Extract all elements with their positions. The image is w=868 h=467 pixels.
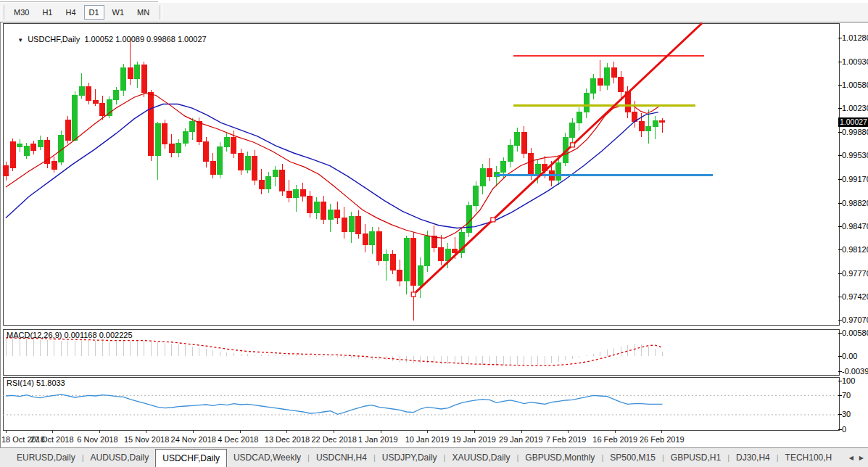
rsi-axis-label: 30 xyxy=(842,410,851,418)
price-axis-label: 0.97420 xyxy=(842,292,868,301)
ohlc-low: 0.99868 xyxy=(146,35,175,44)
timeframe-button-d1[interactable]: D1 xyxy=(84,5,104,20)
date-axis-label: 15 Nov 2018 xyxy=(124,435,169,444)
date-axis-label: 1 Jan 2019 xyxy=(358,435,397,444)
date-axis-label: 24 Nov 2018 xyxy=(171,435,216,444)
price-axis-label: 0.98120 xyxy=(842,245,868,254)
price-axis-label: 1.01280 xyxy=(842,33,868,42)
chart-symbol-label: USDCHF,Daily xyxy=(28,35,80,44)
chart-title: ▼USDCHF,Daily 1.00052 1.00089 0.99868 1.… xyxy=(9,26,207,52)
rsi-axis-label: 70 xyxy=(842,391,851,400)
symbol-tabbar: EURUSD,Daily|AUDUSD,DailyUSDCHF,DailyUSD… xyxy=(0,447,868,467)
rsi-axis-label: 0 xyxy=(842,425,846,434)
tab-scroll-left-icon[interactable]: ◀ xyxy=(849,455,853,461)
price-axis-label: 0.98470 xyxy=(842,222,868,231)
toolbar-grip[interactable] xyxy=(1,5,4,20)
date-axis-label: 29 Jan 2019 xyxy=(499,435,543,444)
rsi-axis-label: 100 xyxy=(842,376,855,385)
date-axis-label: 19 Jan 2019 xyxy=(452,435,496,444)
tab-usdcnh[interactable]: USDCNH,H4 xyxy=(310,448,373,467)
date-axis-label: 16 Feb 2019 xyxy=(592,435,637,444)
tab-gbpusd[interactable]: GBPUSD,Monthly xyxy=(518,448,601,467)
current-price-tag: 1.00027 xyxy=(838,117,868,127)
timeframe-button-h4[interactable]: H4 xyxy=(60,5,80,20)
price-axis-label: 1.00230 xyxy=(842,104,868,112)
tab-usdcad[interactable]: USDCAD,Weekly xyxy=(227,448,307,467)
tab-scroll-right-icon[interactable]: ▶ xyxy=(859,455,864,461)
toolbar-separator xyxy=(160,5,162,20)
mt4-window: M30H1H4D1W1MN ▼USDCHF,Daily 1.00052 1.00… xyxy=(0,0,868,467)
panel-splitter[interactable] xyxy=(0,373,868,376)
macd-signal-value: 0.002225 xyxy=(99,331,133,339)
tab-gbpusd[interactable]: GBPUSD,H1 xyxy=(664,448,727,467)
date-axis-label: 4 Dec 2018 xyxy=(218,435,258,444)
price-axis-label: 0.99170 xyxy=(842,175,868,183)
price-axis-label: 0.99530 xyxy=(842,151,868,160)
price-axis-label: 1.00930 xyxy=(842,57,868,66)
tab-sp500[interactable]: SP500,M15 xyxy=(603,448,662,467)
panel-splitter[interactable] xyxy=(0,323,868,327)
macd-indicator-label: MACD(12,26,9) 0.001168 0.002225 xyxy=(7,331,133,339)
timeframe-toolbar: M30H1H4D1W1MN xyxy=(0,3,868,22)
date-axis-label: 13 Dec 2018 xyxy=(265,435,310,444)
price-axis-label: 1.00580 xyxy=(842,80,868,89)
timeframe-button-h1[interactable]: H1 xyxy=(37,5,57,20)
dropdown-icon[interactable]: ▼ xyxy=(17,37,23,44)
tab-xauusd[interactable]: XAUUSD,Daily xyxy=(445,448,516,467)
toolbar-edge-line xyxy=(0,1,158,2)
tab-tech100[interactable]: TECH100,H xyxy=(779,448,839,467)
macd-main-value: 0.001168 xyxy=(64,331,96,339)
ohlc-close: 1.00027 xyxy=(178,35,207,44)
date-axis-label: 22 Dec 2018 xyxy=(311,435,356,444)
main-chart-panel[interactable] xyxy=(3,23,840,326)
price-axis-label: 0.97770 xyxy=(842,269,868,278)
date-axis-label: 27 Oct 2018 xyxy=(30,435,74,444)
tab-usdjpy[interactable]: USDJPY,Daily xyxy=(376,448,444,467)
timeframe-button-mn[interactable]: MN xyxy=(132,5,154,20)
ohlc-high: 1.00089 xyxy=(115,35,144,44)
macd-axis-label: 0.00 xyxy=(842,352,857,360)
tab-audusd[interactable]: AUDUSD,Daily xyxy=(84,448,156,467)
timeframe-button-m30[interactable]: M30 xyxy=(9,5,34,20)
date-axis-label: 6 Nov 2018 xyxy=(77,435,117,444)
tab-scroll-arrows: ◀ ▶ xyxy=(849,448,868,467)
timeframe-button-w1[interactable]: W1 xyxy=(107,5,130,20)
tab-usdchf[interactable]: USDCHF,Daily xyxy=(155,449,227,467)
chart-region xyxy=(0,22,868,448)
macd-axis-label: 0.005802 xyxy=(842,328,868,337)
tab-dj30[interactable]: DJ30,H4 xyxy=(729,448,777,467)
rsi-panel[interactable] xyxy=(3,377,840,431)
price-axis-label: 0.99880 xyxy=(842,128,868,136)
price-axis-label: 0.98820 xyxy=(842,199,868,207)
date-axis-label: 7 Feb 2019 xyxy=(546,435,587,444)
tab-eurusd[interactable]: EURUSD,Daily xyxy=(10,448,82,467)
rsi-indicator-label: RSI(14) 51.8033 xyxy=(7,379,65,387)
ohlc-open: 1.00052 xyxy=(84,35,113,44)
date-axis-label: 26 Feb 2019 xyxy=(640,435,685,444)
rsi-value: 51.8033 xyxy=(36,379,65,387)
date-axis-label: 10 Jan 2019 xyxy=(405,435,450,444)
